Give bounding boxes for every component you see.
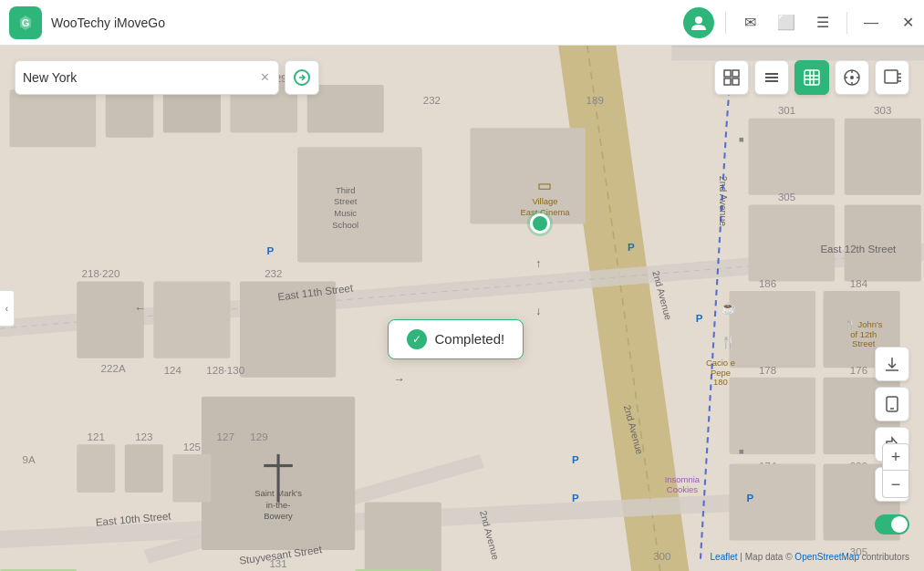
svg-text:Cacio e: Cacio e — [706, 358, 735, 368]
svg-text:121: 121 — [88, 431, 105, 442]
contributors-text: contributors — [862, 552, 909, 562]
svg-text:Insomnia: Insomnia — [665, 474, 701, 484]
multi-stop-button[interactable] — [794, 60, 829, 95]
layer-toggle[interactable] — [875, 514, 909, 535]
mail-button[interactable]: ✉ — [733, 6, 766, 39]
zoom-controls: + − — [882, 443, 909, 498]
svg-text:Saint Mark's: Saint Mark's — [254, 488, 302, 498]
svg-text:▭: ▭ — [537, 177, 552, 194]
svg-rect-34 — [77, 282, 144, 358]
svg-text:P: P — [628, 242, 635, 253]
svg-text:🍴: 🍴 — [721, 335, 737, 350]
minimize-button[interactable]: — — [855, 6, 888, 39]
svg-text:Music: Music — [334, 208, 357, 218]
svg-text:School: School — [332, 220, 358, 230]
one-stop-button[interactable] — [754, 60, 789, 95]
svg-text:232: 232 — [265, 268, 282, 279]
divider — [725, 12, 726, 34]
search-input[interactable] — [23, 70, 259, 85]
svg-point-131 — [850, 76, 854, 79]
svg-text:↓: ↓ — [535, 305, 541, 317]
svg-text:P: P — [266, 245, 274, 256]
toggle-knob — [891, 516, 908, 533]
leaflet-link[interactable]: Leaflet — [711, 552, 738, 562]
svg-marker-7 — [671, 46, 924, 61]
svg-rect-11 — [10, 89, 97, 147]
titlebar: G WooTechy iMoveGo ✉ ⬜ ☰ — ✕ — [0, 0, 924, 46]
svg-text:↑: ↑ — [535, 257, 541, 270]
map-area[interactable]: 213 221 223 225 227 229 231 232 189 301 … — [0, 46, 924, 571]
svg-text:127: 127 — [217, 431, 234, 442]
search-clear-button[interactable]: × — [259, 67, 271, 88]
svg-rect-16 — [297, 147, 422, 262]
svg-rect-121 — [732, 78, 739, 85]
svg-rect-118 — [724, 70, 731, 77]
search-input-wrap: × — [15, 60, 279, 95]
svg-text:Street: Street — [334, 196, 358, 206]
svg-text:P: P — [572, 454, 579, 465]
search-go-button[interactable] — [285, 60, 319, 95]
svg-text:Bowery: Bowery — [264, 511, 293, 521]
osm-link[interactable]: OpenStreetMap — [794, 552, 859, 562]
user-avatar[interactable] — [683, 7, 714, 38]
svg-text:128·130: 128·130 — [206, 365, 244, 376]
svg-rect-60 — [172, 454, 211, 503]
svg-rect-27 — [748, 119, 835, 195]
phone-button[interactable] — [875, 387, 909, 421]
svg-text:232: 232 — [423, 95, 441, 106]
menu-button[interactable]: ☰ — [806, 6, 839, 39]
svg-rect-35 — [153, 282, 230, 358]
svg-rect-119 — [732, 70, 739, 77]
svg-rect-58 — [77, 444, 115, 493]
svg-rect-120 — [724, 78, 731, 85]
zoom-in-button[interactable]: + — [882, 443, 909, 471]
svg-text:301: 301 — [778, 106, 795, 117]
svg-rect-68 — [365, 502, 441, 571]
svg-text:303: 303 — [874, 106, 891, 117]
import-button[interactable] — [875, 60, 909, 95]
attribution-separator: | Map data © — [740, 552, 794, 562]
download-button[interactable] — [875, 347, 909, 381]
svg-rect-70 — [729, 463, 815, 540]
svg-text:Cookies: Cookies — [667, 484, 698, 494]
teleport-mode-button[interactable] — [714, 60, 749, 95]
app-logo: G — [9, 6, 42, 39]
zoom-out-button[interactable]: − — [882, 471, 909, 498]
svg-text:Street: Street — [852, 338, 876, 348]
svg-rect-12 — [106, 89, 154, 138]
completed-label: Completed! — [434, 331, 504, 347]
svg-text:305: 305 — [778, 192, 795, 202]
close-button[interactable]: ✕ — [891, 6, 924, 39]
svg-text:Pepe: Pepe — [711, 368, 731, 378]
svg-text:9A: 9A — [22, 454, 35, 465]
svg-text:178: 178 — [759, 365, 776, 376]
svg-rect-125 — [805, 70, 819, 85]
svg-text:222A: 222A — [101, 363, 126, 374]
svg-text:East 12th Street: East 12th Street — [820, 244, 897, 254]
svg-text:in-the-: in-the- — [266, 500, 291, 510]
svg-rect-44 — [729, 291, 815, 368]
svg-text:124: 124 — [164, 365, 182, 376]
svg-text:180: 180 — [713, 377, 728, 387]
app-title: WooTechy iMoveGo — [51, 16, 683, 30]
chat-button[interactable]: ⬜ — [770, 6, 803, 39]
map-controls-top — [714, 60, 909, 95]
search-bar: × — [15, 60, 319, 95]
svg-rect-46 — [729, 378, 815, 454]
svg-text:→: → — [393, 373, 405, 386]
svg-text:G: G — [22, 17, 30, 28]
svg-text:P: P — [572, 493, 579, 504]
map-background: 213 221 223 225 227 229 231 232 189 301 … — [0, 46, 924, 571]
completed-toast: ✓ Completed! — [388, 319, 524, 359]
svg-point-1 — [695, 16, 702, 24]
svg-text:129: 129 — [250, 431, 267, 442]
svg-text:186: 186 — [759, 278, 776, 289]
svg-rect-59 — [125, 444, 163, 493]
svg-text:125: 125 — [183, 441, 201, 452]
svg-text:■: ■ — [739, 446, 744, 456]
svg-text:189: 189 — [587, 95, 604, 106]
sidebar-toggle-button[interactable]: ‹ — [0, 290, 15, 327]
svg-text:Village: Village — [532, 196, 557, 206]
svg-rect-136 — [885, 70, 898, 83]
compass-button[interactable] — [835, 60, 869, 95]
